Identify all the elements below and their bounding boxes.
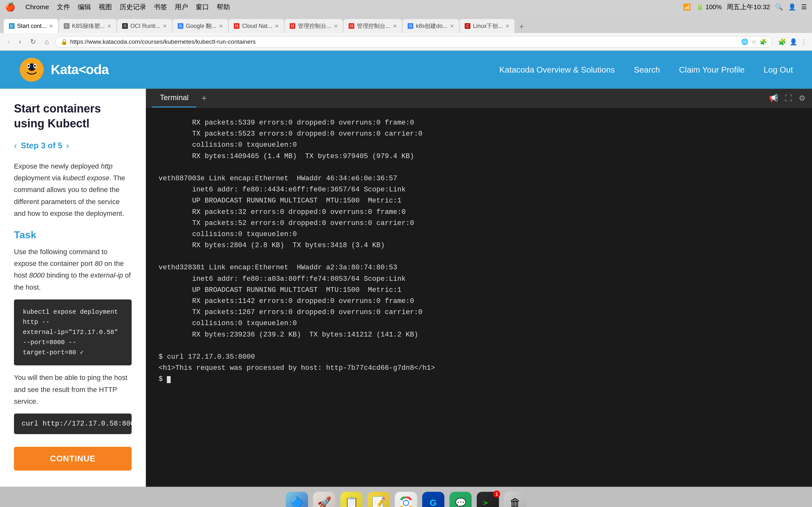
- terminal-line-9: collisions:0 txqueuelen:0: [159, 229, 799, 240]
- dock-terminal[interactable]: >_ 1: [477, 492, 499, 507]
- extensions-icon[interactable]: 🧩: [760, 38, 767, 45]
- tab-label-admin1: 管理控制台...: [298, 22, 331, 30]
- menu-bookmarks[interactable]: 书签: [154, 3, 167, 11]
- curl-command-block[interactable]: curl http://172.17.0.58:8000 ✓: [14, 413, 132, 434]
- terminal-tab-main[interactable]: Terminal: [152, 89, 196, 107]
- apple-menu[interactable]: 🍎: [5, 2, 15, 12]
- add-terminal-tab[interactable]: +: [196, 93, 212, 104]
- terminal-line-2: collisions:0 txqueuelen:0: [159, 139, 799, 151]
- back-button[interactable]: ‹: [5, 37, 12, 47]
- katacoda-logo: Kata<oda: [19, 57, 108, 82]
- tab-linux[interactable]: C Linux下创... ✕: [460, 19, 514, 33]
- extensions-button[interactable]: 🧩: [778, 38, 786, 46]
- tab-favicon-k8s2: G: [408, 23, 413, 29]
- tab-close-k8s2[interactable]: ✕: [450, 23, 454, 29]
- nav-logout[interactable]: Log Out: [763, 65, 793, 75]
- tab-label-active: Start cont...: [17, 23, 46, 30]
- tab-k8s[interactable]: K K8S脉络塑... ✕: [59, 19, 116, 33]
- tab-close-google[interactable]: ✕: [219, 23, 223, 29]
- terminal-fullscreen-icon[interactable]: ⛶: [785, 94, 792, 103]
- main-content: Start containers using Kubectl ‹ Step 3 …: [0, 89, 812, 487]
- tab-close-linux[interactable]: ✕: [505, 23, 509, 29]
- control-center-icon[interactable]: ☰: [801, 3, 807, 11]
- notification-icon[interactable]: 👤: [788, 3, 796, 11]
- tab-label-linux: Linux下创...: [473, 22, 503, 30]
- nav-claim-profile[interactable]: Claim Your Profile: [679, 65, 745, 75]
- dock-finder[interactable]: 🔷: [286, 492, 308, 507]
- tab-cloud[interactable]: H Cloud Nat... ✕: [229, 19, 284, 33]
- dock-launchpad[interactable]: 🚀: [313, 492, 335, 507]
- nav-search[interactable]: Search: [634, 65, 660, 75]
- menu-help[interactable]: 帮助: [217, 3, 230, 11]
- clock: 周五上午10:32: [727, 3, 770, 11]
- home-button[interactable]: ⌂: [42, 37, 51, 47]
- menu-bar-right: 📶 🔋 100% 周五上午10:32 🔍 👤 ☰: [683, 3, 807, 11]
- tab-admin2[interactable]: H 管理控制台... ✕: [344, 19, 402, 33]
- dock-goland[interactable]: G: [422, 492, 444, 507]
- profile-button[interactable]: 👤: [790, 38, 798, 46]
- tab-oci[interactable]: G OCI Runti... ✕: [117, 19, 172, 33]
- kubectl-command-block[interactable]: kubectl expose deployment http -- extern…: [14, 299, 132, 365]
- logo-text[interactable]: Kata<oda: [51, 62, 108, 77]
- menu-users[interactable]: 用户: [175, 3, 188, 11]
- nav-bar: ‹ › ↻ ⌂ 🔒 https://www.katacoda.com/cours…: [0, 33, 812, 51]
- address-bar[interactable]: 🔒 https://www.katacoda.com/courses/kuber…: [55, 36, 772, 48]
- tab-close-cloud[interactable]: ✕: [275, 23, 279, 29]
- dock-wechat[interactable]: 💬: [450, 492, 472, 507]
- bookmark-icon[interactable]: ☆: [751, 38, 757, 45]
- terminal-sound-icon[interactable]: 📢: [769, 94, 778, 103]
- intro-italic-kubectl: kubectl expose: [63, 174, 109, 182]
- tab-close-admin1[interactable]: ✕: [334, 23, 338, 29]
- terminal-line-3: RX bytes:1409465 (1.4 MB) TX bytes:97940…: [159, 151, 799, 162]
- nav-overview[interactable]: Katacoda Overview & Solutions: [499, 65, 615, 75]
- step-prev-arrow[interactable]: ‹: [14, 141, 17, 151]
- terminal-line-11: vethd328381 Link encap:Ethernet HWaddr a…: [159, 262, 799, 273]
- tab-label-google: Google 翻...: [186, 22, 216, 30]
- step-next-arrow[interactable]: ›: [66, 141, 69, 151]
- tab-label-k8s2: k8s创建do...: [416, 22, 447, 30]
- terminal-body[interactable]: RX packets:5339 errors:0 dropped:0 overr…: [146, 108, 812, 487]
- terminal-line-0: RX packets:5339 errors:0 dropped:0 overr…: [159, 117, 799, 128]
- menu-edit[interactable]: 编辑: [78, 3, 91, 11]
- terminal-line-4: veth887003e Link encap:Ethernet HWaddr 4…: [159, 173, 799, 184]
- dock-chrome[interactable]: [395, 492, 417, 507]
- battery-indicator: 🔋 100%: [696, 3, 722, 11]
- tab-close-active[interactable]: ✕: [49, 23, 53, 29]
- new-tab-button[interactable]: +: [515, 20, 528, 33]
- menu-window[interactable]: 窗口: [196, 3, 209, 11]
- dock-trash[interactable]: 🗑: [504, 492, 526, 507]
- tab-google[interactable]: G Google 翻... ✕: [172, 19, 228, 33]
- terminal-line-15: TX packets:1267 errors:0 dropped:0 overr…: [159, 307, 799, 318]
- tab-favicon-admin1: H: [290, 23, 295, 29]
- nav-icons: 🧩 👤 ⋮: [778, 38, 807, 46]
- tab-active[interactable]: K Start cont... ✕: [4, 19, 58, 33]
- app-menu-chrome[interactable]: Chrome: [26, 3, 49, 11]
- tab-k8s2[interactable]: G k8s创建do... ✕: [403, 19, 459, 33]
- browser-chrome: K Start cont... ✕ K K8S脉络塑... ✕ G OCI Ru…: [0, 14, 812, 51]
- spotlight-icon[interactable]: 🔍: [775, 3, 783, 11]
- tab-admin1[interactable]: H 管理控制台... ✕: [285, 19, 343, 33]
- terminal-line-1: TX packets:5523 errors:0 dropped:0 overr…: [159, 128, 799, 139]
- refresh-button[interactable]: ↻: [28, 37, 38, 47]
- continue-button[interactable]: CONTINUE: [14, 447, 132, 470]
- menu-history[interactable]: 历史记录: [119, 3, 146, 11]
- menu-view[interactable]: 视图: [99, 3, 112, 11]
- dock-terminal-badge: 1: [493, 491, 500, 498]
- tab-label-cloud: Cloud Nat...: [242, 23, 272, 30]
- terminal-settings-icon[interactable]: ⚙: [799, 94, 806, 103]
- forward-button[interactable]: ›: [16, 37, 23, 47]
- dock-stickies[interactable]: 📋: [340, 492, 362, 507]
- after-text-paragraph: You will then be able to ping the host a…: [14, 372, 132, 407]
- terminal-prompt-line: $: [159, 374, 799, 385]
- menu-file[interactable]: 文件: [57, 3, 70, 11]
- more-options-button[interactable]: ⋮: [801, 38, 807, 46]
- tab-favicon-k8s: K: [64, 23, 69, 29]
- terminal-tabs: Terminal + 📢 ⛶ ⚙: [146, 89, 812, 108]
- tab-close-admin2[interactable]: ✕: [393, 23, 397, 29]
- tab-close-k8s[interactable]: ✕: [107, 23, 111, 29]
- translate-icon[interactable]: 🌐: [741, 38, 748, 45]
- dock: 🔷 🚀 📋 📝 G 💬 >_ 1 🗑: [0, 487, 812, 507]
- terminal-line-8: TX packets:52 errors:0 dropped:0 overrun…: [159, 218, 799, 229]
- dock-notes[interactable]: 📝: [368, 492, 390, 507]
- tab-close-oci[interactable]: ✕: [163, 23, 167, 29]
